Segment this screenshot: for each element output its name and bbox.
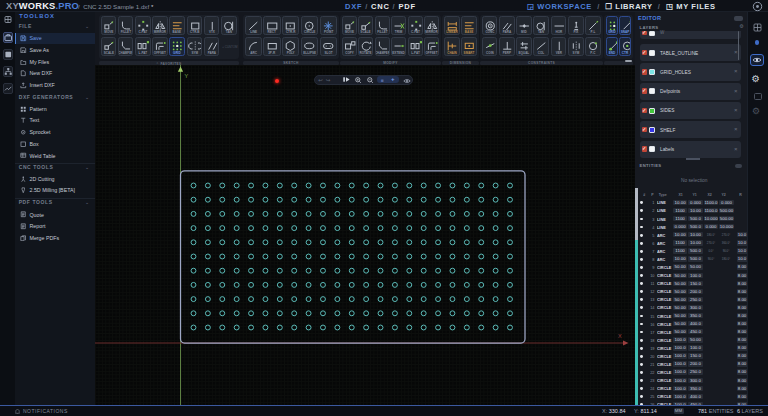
svg-text:Y: Y <box>185 73 189 79</box>
svg-text:X: X <box>618 333 622 339</box>
